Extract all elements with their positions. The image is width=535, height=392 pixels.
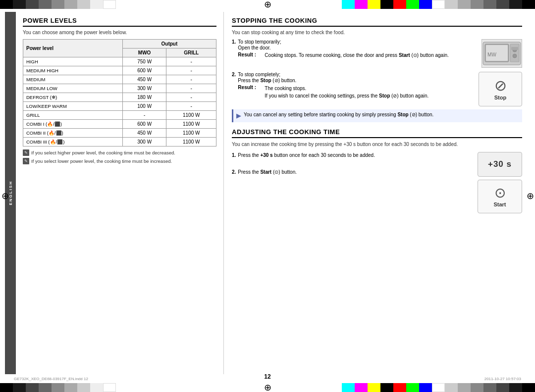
grill-cell: - [166, 93, 216, 102]
item1-subtext: Open the door. [238, 45, 448, 50]
grill-cell: - [166, 84, 216, 93]
stopping-item1: 1. To stop temporarily; Open the door. R… [232, 39, 522, 68]
adjusting-title: ADJUSTING THE COOKING TIME [232, 128, 522, 138]
footer-right: 2011-10-27 10:57:03 [484, 377, 521, 381]
mwo-cell: 450 W [122, 75, 166, 84]
result2-label: Result : [238, 85, 263, 99]
stopping-title: STOPPING THE COOKING [232, 17, 522, 27]
item2-num: 2. [232, 72, 236, 99]
grill-cell: 1100 W [166, 111, 216, 120]
power-levels-subtitle: You can choose among the power levels be… [23, 30, 216, 35]
output-col-header: Output [122, 40, 216, 49]
power-levels-title: POWER LEVELS [23, 17, 216, 27]
start-button-display: ⊙ Start [478, 180, 522, 213]
left-column: POWER LEVELS You can choose among the po… [16, 12, 224, 374]
crosshair-bottom: ⊕ [263, 383, 272, 392]
power-level-cell: HIGH [23, 57, 123, 66]
table-row: LOW/KEEP WARM100 W- [23, 102, 216, 111]
stop-button-display: ⊘ Stop [479, 72, 522, 106]
grill-cell: - [166, 102, 216, 111]
power-level-cell: DEFROST (❄) [23, 93, 123, 102]
table-row: COMBI III (🔥/⬛)300 W1100 W [23, 138, 216, 147]
grill-header: GRILL [166, 49, 216, 57]
svg-point-5 [513, 54, 517, 58]
power-level-cell: MEDIUM LOW [23, 84, 123, 93]
stopping-note: ▶ You can cancel any setting before star… [232, 109, 522, 122]
result1-label: Result : [238, 52, 263, 59]
stopping-item2: 2. To stop completely; Press the Stop (⊘… [232, 72, 522, 106]
grill-cell: 1100 W [166, 138, 216, 147]
adj-item2-num: 2. [232, 169, 236, 176]
grill-cell: - [166, 75, 216, 84]
mwo-cell: 600 W [122, 120, 166, 129]
stopping-note-text: You can cancel any setting before starti… [244, 111, 433, 118]
table-row: HIGH750 W- [23, 57, 216, 66]
power-level-cell: LOW/KEEP WARM [23, 102, 123, 111]
power-level-cell: COMBI II (🔥/⬛) [23, 129, 123, 138]
table-row: GRILL-1100 W [23, 111, 216, 120]
note2: ✎ If you select lower power level, the c… [23, 158, 216, 164]
microwave-svg: MW [482, 40, 522, 67]
note1-icon: ✎ [23, 149, 29, 156]
grill-cell: 1100 W [166, 129, 216, 138]
plus30-display: +30 s [478, 152, 522, 177]
svg-rect-6 [511, 47, 518, 50]
adjusting-section: ADJUSTING THE COOKING TIME You can incre… [232, 128, 522, 213]
adjusting-subtitle: You can increase the cooking time by pre… [232, 141, 522, 148]
power-level-cell: COMBI III (🔥/⬛) [23, 138, 123, 147]
svg-text:MW: MW [487, 51, 496, 57]
stop-button-icon: ⊘ [494, 78, 507, 93]
mwo-cell: 180 W [122, 93, 166, 102]
crosshair-right: ⊕ [525, 191, 535, 201]
result1-text: Cooking stops. To resume cooking, close … [265, 52, 448, 59]
stop-button-label: Stop [494, 95, 506, 100]
adjusting-item1: 1. Press the +30 s button once for each … [232, 152, 474, 159]
power-level-cell: GRILL [23, 111, 123, 120]
plus30-label: +30 s [488, 159, 512, 169]
mwo-cell: 450 W [122, 129, 166, 138]
start-button-label: Start [493, 201, 506, 207]
start-button-icon: ⊙ [494, 186, 506, 200]
note1-text: If you select higher power level, the co… [31, 149, 175, 156]
adjusting-buttons: +30 s ⊙ Start [478, 152, 522, 213]
stopping-note-icon: ▶ [236, 111, 241, 120]
crosshair-left: ⊕ [0, 191, 10, 201]
right-column: STOPPING THE COOKING You can stop cookin… [224, 12, 530, 374]
item1-num: 1. [232, 39, 236, 59]
note2-text: If you select lower power level, the coo… [31, 158, 172, 164]
grill-cell: - [166, 57, 216, 66]
table-row: MEDIUM HIGH600 W- [23, 66, 216, 75]
grill-cell: - [166, 66, 216, 75]
microwave-image: MW [482, 39, 522, 68]
result2-text: The cooking stops. If you wish to cancel… [265, 85, 428, 99]
power-level-cell: MEDIUM HIGH [23, 66, 123, 75]
table-row: MEDIUM450 W- [23, 75, 216, 84]
mwo-cell: 100 W [122, 102, 166, 111]
footer-left: GE732K_XEO_DE68-03917F_EN.indd 12 [14, 377, 88, 381]
adj-item1-num: 1. [232, 152, 236, 159]
item2-subtext: Press the Stop (⊘) button. [238, 78, 428, 83]
table-row: MEDIUM LOW300 W- [23, 84, 216, 93]
table-row: COMBI II (🔥/⬛)450 W1100 W [23, 129, 216, 138]
mwo-header: MWO [122, 49, 166, 57]
table-row: COMBI I (🔥/⬛)600 W1100 W [23, 120, 216, 129]
stopping-subtitle: You can stop cooking at any time to chec… [232, 30, 522, 35]
power-level-col-header: Power level [23, 40, 123, 57]
stopping-section: STOPPING THE COOKING You can stop cookin… [232, 17, 522, 122]
mwo-cell: 300 W [122, 138, 166, 147]
table-row: DEFROST (❄)180 W- [23, 93, 216, 102]
svg-rect-3 [510, 44, 519, 62]
power-level-cell: MEDIUM [23, 75, 123, 84]
grill-cell: 1100 W [166, 120, 216, 129]
mwo-cell: 750 W [122, 57, 166, 66]
mwo-cell: 600 W [122, 66, 166, 75]
item2-text: To stop completely; [238, 72, 428, 77]
adj-item1-text: Press the +30 s button once for each 30 … [238, 152, 375, 159]
mwo-cell: - [122, 111, 166, 120]
item1-text: To stop temporarily; [238, 39, 448, 45]
note1: ✎ If you select higher power level, the … [23, 149, 216, 156]
crosshair-top: ⊕ [263, 0, 272, 9]
page-number: 12 [264, 373, 270, 380]
adj-item2-text: Press the Start (⊙) button. [238, 169, 297, 176]
mwo-cell: 300 W [122, 84, 166, 93]
